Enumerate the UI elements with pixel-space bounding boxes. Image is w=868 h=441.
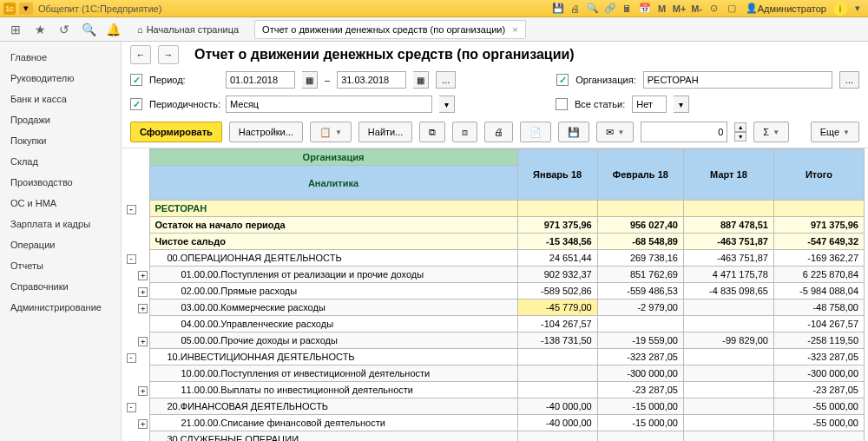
- expand-icon[interactable]: +: [138, 304, 148, 313]
- nav-bar: ⊞ ★ ↺ 🔍 🔔 ⌂ Начальная страница Отчет о д…: [0, 17, 868, 42]
- all-articles-input[interactable]: [632, 95, 667, 113]
- org-picker-button[interactable]: ...: [839, 71, 859, 89]
- collapse-icon[interactable]: -: [127, 403, 136, 412]
- table-row: +02.00.00.Прямые расходы-589 502,86-559 …: [125, 283, 865, 299]
- cell: [517, 349, 597, 365]
- row-label: 05.00.00.Прочие доходы и расходы: [149, 332, 517, 349]
- history-icon[interactable]: ↺: [56, 21, 73, 38]
- sidebar-item-5[interactable]: Склад: [0, 151, 121, 172]
- mail-button[interactable]: ✉ ▼: [596, 122, 634, 142]
- title-bar: 1c ▾ Общепит (1С:Предприятие) 💾 🖨 🔍 🔗 🖩 …: [0, 0, 868, 17]
- favorite-icon[interactable]: ★: [31, 21, 49, 38]
- dropdown-icon[interactable]: ▾: [851, 2, 865, 16]
- cell: -463 751,87: [683, 234, 773, 250]
- sidebar-item-0[interactable]: Главное: [0, 47, 121, 68]
- sidebar-item-11[interactable]: Справочники: [0, 276, 121, 297]
- sidebar-item-1[interactable]: Руководителю: [0, 68, 121, 89]
- cell: [683, 398, 773, 415]
- find-button[interactable]: Найти...: [358, 122, 413, 142]
- info-icon[interactable]: i: [833, 2, 847, 16]
- sidebar-item-12[interactable]: Администрирование: [0, 297, 121, 318]
- expand-button[interactable]: ⧉: [419, 122, 445, 142]
- print-icon[interactable]: 🖨: [569, 2, 582, 16]
- all-articles-dd-icon[interactable]: ▾: [674, 95, 689, 113]
- link-icon[interactable]: 🔗: [603, 2, 617, 16]
- expand-icon[interactable]: +: [138, 271, 148, 280]
- row-label: 30.СЛУЖЕБНЫЕ ОПЕРАЦИИ: [149, 431, 517, 442]
- m-minus-icon[interactable]: M-: [690, 2, 704, 16]
- calendar-icon[interactable]: 📅: [638, 2, 652, 16]
- apps-icon[interactable]: ⊞: [7, 21, 24, 38]
- generate-button[interactable]: Сформировать: [130, 122, 222, 142]
- date-to-input[interactable]: [337, 71, 406, 89]
- expand-icon[interactable]: +: [138, 386, 148, 396]
- m-plus-icon[interactable]: M+: [673, 2, 687, 16]
- sidebar-item-10[interactable]: Отчеты: [0, 255, 121, 276]
- cell: -40 000,00: [517, 398, 597, 415]
- search-icon[interactable]: 🔍: [586, 2, 600, 16]
- window-icon[interactable]: ▢: [725, 2, 739, 16]
- date-from-input[interactable]: [226, 71, 295, 89]
- user-label[interactable]: 👤 Администратор: [742, 3, 830, 14]
- close-icon[interactable]: ×: [512, 24, 517, 35]
- periodicity-checkbox[interactable]: ✓: [130, 98, 142, 110]
- cell: -15 000,00: [597, 398, 683, 415]
- window-title: Общепит (1С:Предприятие): [38, 3, 161, 14]
- cell: -99 829,00: [683, 332, 773, 349]
- expand-icon[interactable]: +: [138, 419, 148, 429]
- back-button[interactable]: ←: [130, 45, 151, 64]
- org-checkbox[interactable]: ✓: [556, 74, 569, 86]
- home-link[interactable]: ⌂ Начальная страница: [128, 21, 247, 38]
- periodicity-dd-icon[interactable]: ▾: [439, 95, 455, 113]
- sidebar-item-2[interactable]: Банк и касса: [0, 89, 121, 109]
- forward-button[interactable]: →: [158, 45, 179, 64]
- period-checkbox[interactable]: ✓: [130, 74, 142, 86]
- collapse-button[interactable]: ⧈: [452, 122, 477, 142]
- all-articles-checkbox[interactable]: ✓: [556, 98, 568, 110]
- sidebar-item-9[interactable]: Операции: [0, 234, 121, 255]
- cell: -15 348,56: [517, 234, 597, 250]
- calendar-from-icon[interactable]: ▦: [302, 71, 318, 89]
- table-row: +03.00.00.Коммерческие расходы-45 779,00…: [125, 299, 865, 316]
- m-icon[interactable]: M: [655, 2, 669, 16]
- sidebar-item-7[interactable]: ОС и НМА: [0, 193, 121, 214]
- print-button[interactable]: 🖨: [484, 122, 513, 142]
- app-logo: 1c: [3, 3, 16, 15]
- settings-button[interactable]: Настройки...: [229, 122, 303, 142]
- sidebar-item-3[interactable]: Продажи: [0, 109, 121, 130]
- search-nav-icon[interactable]: 🔍: [80, 21, 97, 38]
- cell: -547 649,32: [773, 234, 864, 250]
- period-picker-button[interactable]: ...: [436, 71, 456, 89]
- save-icon[interactable]: 💾: [551, 2, 565, 16]
- sidebar-item-6[interactable]: Производство: [0, 172, 121, 193]
- more-button[interactable]: Еще ▼: [811, 122, 859, 142]
- expand-icon[interactable]: +: [138, 287, 148, 297]
- tab-report[interactable]: Отчет о движении денежных средств (по ор…: [254, 20, 526, 39]
- org-input[interactable]: [643, 71, 832, 89]
- cell: -48 758,00: [773, 299, 864, 316]
- calc-icon[interactable]: 🖩: [621, 2, 635, 16]
- table-row: 10.00.00.Поступления от инвестиционной д…: [125, 365, 865, 382]
- cell: 971 375,96: [517, 217, 597, 234]
- zero-input[interactable]: [641, 122, 727, 142]
- back-icon[interactable]: ⊙: [707, 2, 721, 16]
- save2-button[interactable]: 💾: [558, 122, 589, 142]
- collapse-icon[interactable]: -: [127, 254, 136, 264]
- expand-icon[interactable]: +: [138, 337, 148, 346]
- spinner[interactable]: ▲▼: [734, 122, 746, 142]
- collapse-icon[interactable]: -: [127, 353, 136, 363]
- periodicity-input[interactable]: [226, 95, 432, 113]
- variants-button[interactable]: 📋 ▼: [310, 122, 352, 142]
- row-label: 01.00.00.Поступления от реализации и про…: [149, 267, 517, 283]
- cell: [517, 382, 597, 398]
- calendar-to-icon[interactable]: ▦: [413, 71, 429, 89]
- sidebar-item-4[interactable]: Покупки: [0, 130, 121, 151]
- cell: [683, 349, 773, 365]
- sidebar-item-8[interactable]: Зарплата и кадры: [0, 214, 121, 234]
- row-label: 10.ИНВЕСТИЦИОННАЯ ДЕЯТЕЛЬНОСТЬ: [149, 349, 517, 365]
- collapse-org-icon[interactable]: -: [127, 205, 136, 214]
- sum-button[interactable]: Σ ▼: [753, 122, 789, 142]
- app-menu-dropdown[interactable]: ▾: [19, 3, 33, 15]
- bell-icon[interactable]: 🔔: [104, 21, 122, 38]
- preview-button[interactable]: 📄: [520, 122, 551, 142]
